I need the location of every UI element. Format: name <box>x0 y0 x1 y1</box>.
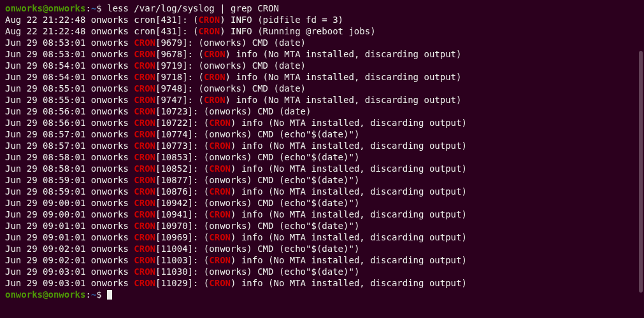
log-line: Aug 22 21:22:48 onworks cron[431]: (CRON… <box>5 14 639 25</box>
grep-highlight: CRON <box>134 49 155 59</box>
command-text <box>102 3 107 13</box>
log-line: Jun 29 08:56:01 onworks CRON[10723]: (on… <box>5 106 639 117</box>
grep-highlight: CRON <box>134 175 155 185</box>
prompt-line-1: onworks@onworks:~$ less /var/log/syslog … <box>5 3 639 14</box>
prompt-user: onworks <box>5 3 43 13</box>
prompt-host: onworks <box>48 289 85 300</box>
prompt-host: onworks <box>48 3 85 13</box>
scrollbar[interactable] <box>639 51 643 293</box>
grep-highlight: CRON <box>209 118 231 128</box>
log-line: Jun 29 08:57:01 onworks CRON[10773]: (CR… <box>5 140 639 151</box>
log-line: Jun 29 08:53:01 onworks CRON[9678]: (CRO… <box>5 48 639 60</box>
grep-highlight: CRON <box>198 15 220 25</box>
grep-highlight: CRON <box>134 163 155 174</box>
grep-highlight: CRON <box>134 118 155 128</box>
grep-highlight: CRON <box>134 209 155 219</box>
prompt-symbol: $ <box>96 3 101 13</box>
log-line: Jun 29 09:01:01 onworks CRON[10969]: (CR… <box>5 232 639 243</box>
log-line: Jun 29 09:02:01 onworks CRON[11004]: (on… <box>5 243 639 254</box>
log-line: Jun 29 08:59:01 onworks CRON[10877]: (on… <box>5 174 639 186</box>
grep-highlight: CRON <box>134 244 155 254</box>
log-line: Jun 29 09:03:01 onworks CRON[11029]: (CR… <box>5 277 639 289</box>
grep-highlight: CRON <box>209 186 231 197</box>
log-line: Jun 29 09:00:01 onworks CRON[10941]: (CR… <box>5 209 639 220</box>
prompt-line-2[interactable]: onworks@onworks:~$ <box>5 289 639 300</box>
grep-highlight: CRON <box>204 95 225 105</box>
grep-highlight: CRON <box>134 266 155 277</box>
prompt-symbol: $ <box>96 289 101 300</box>
grep-highlight: CRON <box>134 106 155 116</box>
log-line: Jun 29 09:02:01 onworks CRON[11003]: (CR… <box>5 254 639 266</box>
grep-highlight: CRON <box>134 83 155 93</box>
grep-highlight: CRON <box>204 49 225 59</box>
log-line: Jun 29 09:03:01 onworks CRON[11030]: (on… <box>5 266 639 277</box>
grep-highlight: CRON <box>209 141 231 151</box>
prompt-user: onworks <box>5 289 43 300</box>
prompt-sep: : <box>85 3 90 13</box>
log-line: Jun 29 08:55:01 onworks CRON[9748]: (onw… <box>5 83 639 94</box>
cursor-block <box>107 290 112 300</box>
grep-highlight: CRON <box>209 163 231 174</box>
log-line: Jun 29 08:54:01 onworks CRON[9718]: (CRO… <box>5 71 639 83</box>
grep-highlight: CRON <box>134 221 155 231</box>
grep-highlight: CRON <box>134 198 155 208</box>
log-line: Jun 29 08:59:01 onworks CRON[10876]: (CR… <box>5 186 639 197</box>
command: less /var/log/syslog | grep CRON <box>107 3 279 13</box>
log-line: Jun 29 09:00:01 onworks CRON[10942]: (on… <box>5 197 639 209</box>
grep-highlight: CRON <box>134 186 155 197</box>
grep-highlight: CRON <box>204 72 225 82</box>
grep-highlight: CRON <box>209 255 231 265</box>
grep-highlight: CRON <box>209 232 231 242</box>
log-line: Aug 22 21:22:48 onworks cron[431]: (CRON… <box>5 25 639 37</box>
grep-highlight: CRON <box>134 152 155 162</box>
grep-highlight: CRON <box>134 60 155 71</box>
grep-highlight: CRON <box>209 209 231 219</box>
log-line: Jun 29 08:55:01 onworks CRON[9747]: (CRO… <box>5 94 639 106</box>
log-line: Jun 29 08:58:01 onworks CRON[10852]: (CR… <box>5 163 639 174</box>
log-line: Jun 29 08:58:01 onworks CRON[10853]: (on… <box>5 151 639 163</box>
log-line: Jun 29 09:01:01 onworks CRON[10970]: (on… <box>5 220 639 232</box>
grep-highlight: CRON <box>134 232 155 242</box>
spacer <box>102 289 107 300</box>
grep-highlight: CRON <box>134 278 155 288</box>
grep-highlight: CRON <box>209 278 231 288</box>
grep-highlight: CRON <box>134 72 155 82</box>
grep-highlight: CRON <box>134 95 155 105</box>
grep-highlight: CRON <box>134 141 155 151</box>
grep-highlight: CRON <box>134 38 155 48</box>
log-line: Jun 29 08:56:01 onworks CRON[10722]: (CR… <box>5 117 639 128</box>
grep-highlight: CRON <box>198 26 220 36</box>
log-line: Jun 29 08:53:01 onworks CRON[9679]: (onw… <box>5 37 639 48</box>
grep-highlight: CRON <box>134 255 155 265</box>
log-line: Jun 29 08:54:01 onworks CRON[9719]: (onw… <box>5 60 639 71</box>
log-line: Jun 29 08:57:01 onworks CRON[10774]: (on… <box>5 128 639 140</box>
terminal-output[interactable]: onworks@onworks:~$ less /var/log/syslog … <box>5 3 639 300</box>
grep-highlight: CRON <box>134 129 155 139</box>
prompt-sep: : <box>85 289 90 300</box>
